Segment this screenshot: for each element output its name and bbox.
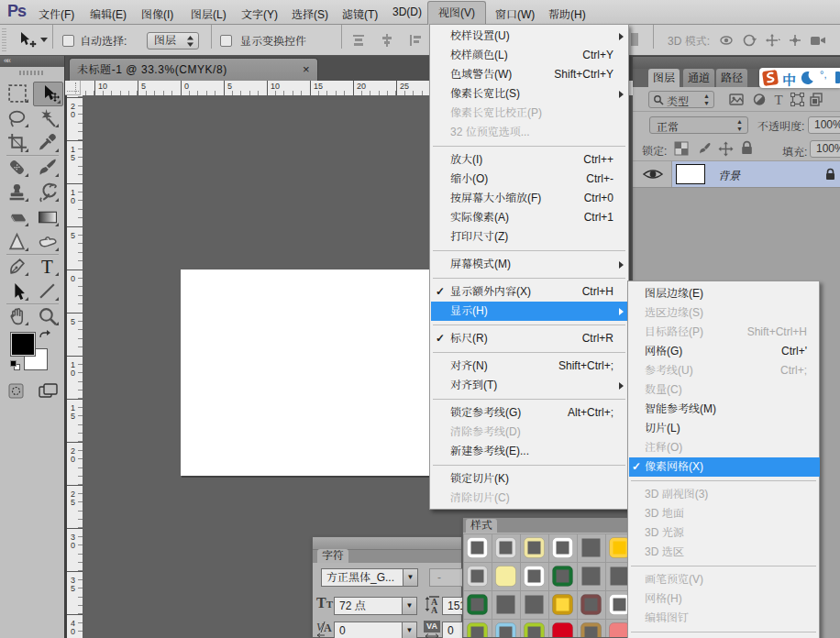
svg-text:10: 10 bbox=[271, 82, 280, 91]
svg-text:0: 0 bbox=[71, 110, 75, 119]
svg-text:10: 10 bbox=[98, 82, 107, 91]
svg-text:5: 5 bbox=[227, 82, 232, 91]
svg-text:25: 25 bbox=[400, 82, 409, 91]
svg-text:0: 0 bbox=[71, 274, 75, 283]
svg-text:15: 15 bbox=[314, 82, 323, 91]
svg-text:5: 5 bbox=[71, 584, 75, 593]
svg-text:T: T bbox=[41, 257, 53, 277]
svg-text:5: 5 bbox=[71, 412, 75, 421]
svg-text:T: T bbox=[774, 93, 782, 106]
svg-text:A: A bbox=[431, 605, 438, 615]
svg-text:5: 5 bbox=[71, 498, 75, 507]
svg-text:0: 0 bbox=[71, 627, 75, 636]
svg-text:5: 5 bbox=[71, 231, 75, 240]
svg-text:5: 5 bbox=[71, 317, 75, 326]
svg-text:20: 20 bbox=[357, 82, 366, 91]
svg-text:5: 5 bbox=[71, 153, 75, 162]
svg-text:0: 0 bbox=[71, 541, 75, 550]
svg-text:A: A bbox=[324, 622, 332, 634]
svg-text:0: 0 bbox=[184, 82, 189, 91]
svg-text:5: 5 bbox=[141, 82, 146, 91]
svg-text:0: 0 bbox=[71, 368, 75, 378]
svg-text:0: 0 bbox=[71, 455, 75, 464]
svg-text:0: 0 bbox=[71, 196, 75, 205]
